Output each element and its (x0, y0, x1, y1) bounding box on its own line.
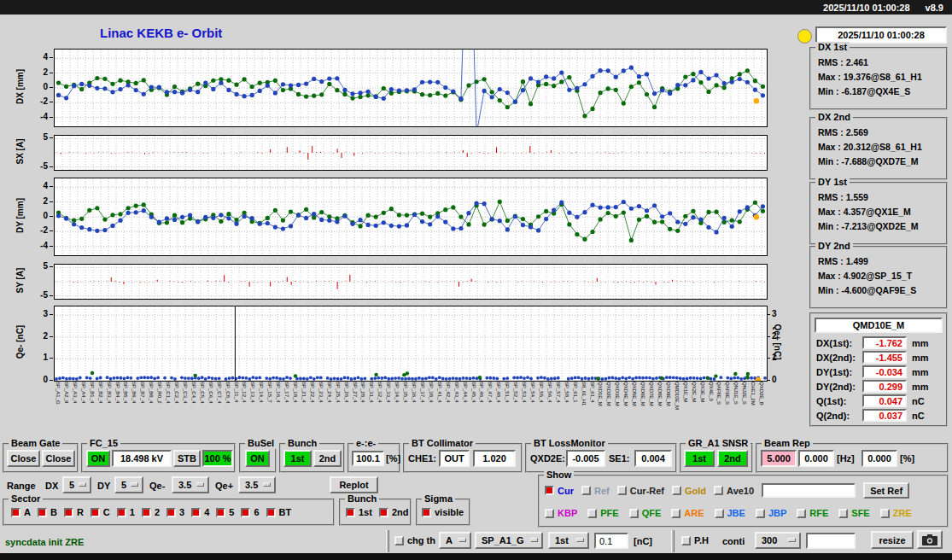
range-dx-menu[interactable]: 5 (62, 476, 91, 493)
plot-sx-steering[interactable] (54, 135, 768, 171)
sigma-visible-checkbox-label: visible (435, 507, 464, 517)
show-rfe-checkbox[interactable]: RFE (797, 508, 828, 518)
x-axis-label: SP_B8_4 (148, 382, 155, 403)
x-axis-label: SP_A2_9 (63, 382, 70, 403)
show-zre-checkbox[interactable]: ZRE (880, 508, 912, 518)
sector-a-checkbox[interactable]: A (11, 507, 31, 517)
threshold-entry[interactable]: 0.1 (594, 533, 628, 549)
x-axis-label: QXD9E_M (665, 382, 672, 406)
checked-indicator (379, 508, 388, 517)
x-axis-label: QX4E_S (708, 382, 715, 401)
y-tick-mark-right (767, 358, 770, 359)
show-cur-checkbox[interactable]: Cur (545, 486, 574, 496)
sector-5-checkbox[interactable]: 5 (216, 507, 234, 517)
monitor-row-label: DY(1st): (816, 367, 852, 377)
sector-1-checkbox[interactable]: 1 (117, 507, 135, 517)
x-axis-labels: SP_A1_GSP_A2_9SP_A3_4SP_A4_4SP_B1_4SP_B2… (54, 382, 766, 433)
sector-2-checkbox[interactable]: 2 (142, 507, 160, 517)
beam-gate-close1-button[interactable]: Close (7, 450, 40, 467)
busel-on-button[interactable]: ON (245, 450, 270, 467)
show-ref-checkbox[interactable]: Ref (581, 486, 610, 496)
show-jbe-checkbox[interactable]: JBE (715, 508, 745, 518)
gr-snsr-2nd-button[interactable]: 2nd (717, 450, 748, 467)
qxd2e-value-display: -0.005 (566, 450, 605, 467)
chg-th-checkbox[interactable]: chg th (394, 535, 435, 545)
show-cur-ref-checkbox[interactable]: Cur-Ref (617, 486, 664, 496)
x-axis-label: QXD2E_B (758, 382, 765, 405)
plot-dx-orbit[interactable] (54, 49, 768, 127)
bunch-2nd-checkbox[interactable]: 2nd (379, 507, 409, 517)
x-axis-label: SP_B3_4 (106, 382, 113, 403)
bunch-select-frame: Bunch 1st2nd (339, 499, 412, 526)
x-axis-label: SP_C6_4 (207, 382, 214, 404)
bunch-2nd-button[interactable]: 2nd (313, 450, 342, 467)
show-cur-ref-checkbox-label: Cur-Ref (630, 486, 664, 496)
bunch-select-menu[interactable]: 1st (548, 532, 589, 549)
x-axis-label: SP_22_4 (309, 382, 316, 403)
y-tick-mark (50, 186, 53, 187)
plot-sy-steering[interactable] (54, 264, 768, 300)
y-tick-label: 2 (24, 331, 48, 341)
x-axis-label: SP_38_4 (428, 382, 435, 403)
points-select-menu[interactable]: 300 (755, 532, 801, 549)
se1-value-display: 0.004 (634, 450, 672, 467)
bunch-1st-checkbox[interactable]: 1st (346, 507, 372, 517)
sector-4-checkbox[interactable]: 4 (191, 507, 209, 517)
sector-b-checkbox-label: B (50, 507, 57, 517)
resize-button[interactable]: resize (871, 531, 914, 549)
set-ref-button[interactable]: Set Ref (863, 482, 909, 499)
show-sfe-checkbox[interactable]: SFE (838, 508, 869, 518)
fc15-on-button[interactable]: ON (86, 450, 110, 467)
sector-b-checkbox[interactable]: B (38, 507, 57, 517)
show-kbp-checkbox[interactable]: KBP (545, 508, 577, 518)
replot-button[interactable]: Replot (330, 476, 378, 493)
plot-dy-orbit[interactable] (54, 178, 768, 256)
show-pfe-checkbox[interactable]: PFE (587, 508, 618, 518)
unchecked-indicator (671, 509, 680, 518)
x-axis-label: QMD10E_M (674, 382, 680, 410)
plot-charge[interactable] (54, 306, 768, 382)
bunch-1st-button[interactable]: 1st (283, 450, 312, 467)
range-qe-plus-menu[interactable]: 3.5 (238, 476, 276, 493)
show-cur-checkbox-label: Cur (558, 486, 574, 496)
show-qfe-checkbox[interactable]: QFE (629, 508, 662, 518)
screenshot-button[interactable] (917, 530, 943, 549)
unchecked-indicator (714, 486, 723, 495)
x-axis-label: SP_42_4 (445, 382, 452, 403)
sector-3-checkbox[interactable]: 3 (166, 507, 184, 517)
sector-r-checkbox[interactable]: R (64, 507, 84, 517)
x-axis-label: S8_61_H1 (581, 382, 587, 405)
y-tick-mark (50, 102, 53, 102)
gr-snsr-1st-button[interactable]: 1st (684, 450, 715, 467)
monitor-row-label: DX(1st): (816, 338, 852, 348)
sigma-visible-checkbox[interactable]: visible (422, 507, 464, 517)
stats-panel-dx-2nd: DX 2ndRMS : 2.569Max : 20.312@S8_61_H1Mi… (809, 117, 948, 180)
sector-select-menu[interactable]: A (439, 532, 471, 549)
x-axis-label: QXD2E_M (605, 382, 612, 406)
ee-ratio-display: 100.1 (352, 451, 384, 466)
show-gold-checkbox[interactable]: Gold (672, 486, 706, 496)
fc15-kv-display: 18.498 kV (112, 450, 172, 467)
beam-gate-close2-button[interactable]: Close (42, 450, 75, 467)
range-dy-menu[interactable]: 5 (114, 476, 143, 493)
x-axis-label: SP_B4_4 (114, 382, 121, 403)
stats-panel-title: DY 2nd (815, 241, 853, 252)
device-select-menu[interactable]: SP_A1_G (475, 532, 543, 549)
ph-checkbox[interactable]: P.H (681, 535, 709, 545)
sector-bt-checkbox[interactable]: BT (266, 507, 292, 517)
statusbar-entry[interactable] (806, 533, 856, 549)
sector-c-checkbox[interactable]: C (91, 507, 110, 517)
y-tick-mark (50, 57, 53, 58)
statusbar-separator (386, 530, 389, 552)
show-are-checkbox[interactable]: ARE (671, 508, 704, 518)
ref-name-entry[interactable] (762, 483, 856, 498)
fc15-stb-button[interactable]: STB (173, 450, 201, 467)
x-axis-label: SP_B7_4 (139, 382, 146, 403)
x-axis-label: SP_28_4 (359, 382, 366, 403)
show-jbp-checkbox[interactable]: JBP (756, 508, 786, 518)
qe-minus-axis-label: Qe- [nC] (15, 314, 25, 370)
show-ave10-checkbox[interactable]: Ave10 (714, 486, 754, 496)
sector-6-checkbox[interactable]: 6 (241, 507, 259, 517)
range-qe-minus-menu[interactable]: 3.5 (172, 476, 209, 493)
beam-rep-set-display: 5.000 (761, 450, 797, 467)
